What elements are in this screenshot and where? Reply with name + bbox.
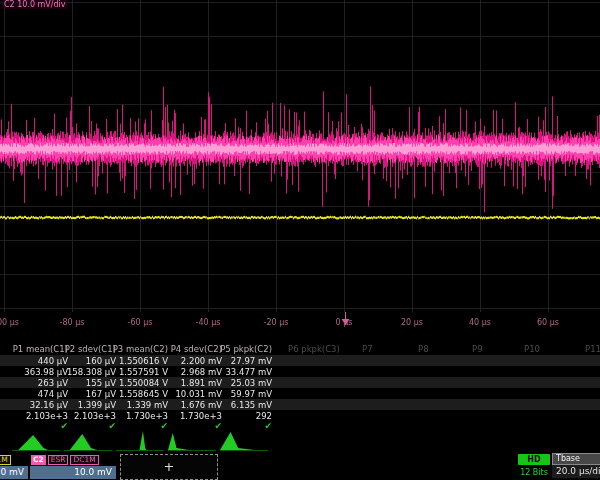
histicons-strip[interactable] — [0, 430, 600, 454]
measurement-cell: 6.135 mV — [210, 400, 272, 410]
measurement-cell: 27.97 mV — [210, 356, 272, 366]
axis-tick-label: -80 µs — [60, 318, 85, 327]
trace-label-c2: C2 10.0 mV/div — [2, 0, 68, 9]
measurement-header-cell[interactable]: P3 mean(C2) — [106, 344, 168, 354]
axis-tick-label: 40 µs — [469, 318, 491, 327]
axis-tick-label: 20 µs — [401, 318, 423, 327]
measurement-header-cell-inactive[interactable]: P11 — [585, 344, 600, 354]
measurement-row-value: 440 µV160 µV1.550616 V2.200 mV27.97 mV — [0, 355, 600, 366]
waveform-area[interactable] — [0, 0, 600, 318]
hd-bits-label: 12 Bits — [512, 468, 556, 477]
axis-tick-label: 60 µs — [537, 318, 559, 327]
channel-badge: ESR — [48, 455, 69, 465]
timebase-box[interactable]: Tbase 20.0 µs/div — [552, 453, 600, 478]
measurement-header-cell-inactive[interactable]: P6 pkpk(C3) — [288, 344, 340, 354]
measurement-header-cell-inactive[interactable]: P9 — [472, 344, 483, 354]
measurement-row-sdev: 32.16 µV1.399 µV1.339 mV1.676 mV6.135 mV — [0, 399, 600, 410]
measurement-row-min: 263 µV155 µV1.550084 V1.891 mV25.03 mV — [0, 377, 600, 388]
measurement-header-cell[interactable]: P5 pkpk(C2) — [210, 344, 272, 354]
c1-scale-value: 10.0 mV — [0, 466, 28, 479]
measurement-cell: 1.558645 V — [106, 389, 168, 399]
plus-icon: + — [164, 459, 175, 474]
measurement-cell: 25.03 mV — [210, 378, 272, 388]
c1-badges: C1ESRDC1M — [0, 454, 28, 465]
channel-badge: DC1M — [0, 455, 11, 465]
measurement-rows: 440 µV160 µV1.550616 V2.200 mV27.97 mV36… — [0, 355, 600, 432]
measurement-cell: 1.730e+3 — [106, 411, 168, 421]
measurement-cell: 33.477 mV — [210, 367, 272, 377]
hd-badge[interactable]: HD — [518, 454, 550, 465]
channel-badge: C2 — [31, 455, 46, 465]
axis-tick-label: -60 µs — [128, 318, 153, 327]
measurement-row-mean: 363.98 µV158.308 µV1.557591 V2.968 mV33.… — [0, 366, 600, 377]
axis-tick-label: 0 µs — [336, 318, 353, 327]
measurement-cell: 292 — [210, 411, 272, 421]
channel-descriptor-c1[interactable]: C1ESRDC1M 10.0 mV — [0, 454, 28, 479]
add-trace-button[interactable]: + — [120, 454, 218, 480]
measurement-header-cell-inactive[interactable]: P8 — [418, 344, 429, 354]
channel-badge: DC1M — [70, 455, 98, 465]
c2-scale-value: 10.0 mV — [30, 466, 116, 479]
measurement-cell: 59.97 mV — [210, 389, 272, 399]
axis-tick-label: -100 µs — [0, 318, 19, 327]
measurement-row-max: 474 µV167 µV1.558645 V10.031 mV59.97 mV — [0, 388, 600, 399]
measurement-cell: 1.557591 V — [106, 367, 168, 377]
time-axis: -100 µs-80 µs-60 µs-40 µs-20 µs0 µs20 µs… — [0, 317, 600, 331]
axis-tick-label: -40 µs — [196, 318, 221, 327]
measurement-cell: 1.339 mV — [106, 400, 168, 410]
measurement-header-cell-inactive[interactable]: P7 — [362, 344, 373, 354]
channel-descriptor-c2[interactable]: C2ESRDC1M 10.0 mV — [30, 454, 116, 479]
measurement-cell: 1.550084 V — [106, 378, 168, 388]
measurement-header-cell-inactive[interactable]: P10 — [524, 344, 540, 354]
c2-badges: C2ESRDC1M — [30, 454, 116, 465]
measurement-table: P1 mean(C1)P2 sdev(C1)P3 mean(C2)P4 sdev… — [0, 342, 600, 432]
axis-tick-label: -20 µs — [264, 318, 289, 327]
measurement-cell: 1.550616 V — [106, 356, 168, 366]
measurement-header-row: P1 mean(C1)P2 sdev(C1)P3 mean(C2)P4 sdev… — [0, 342, 600, 355]
measurement-row-num: 2.103e+32.103e+31.730e+31.730e+3292 — [0, 410, 600, 421]
oscilloscope-screen: C2 10.0 mV/div -100 µs-80 µs-60 µs-40 µs… — [0, 0, 600, 480]
timebase-value: 20.0 µs/div — [552, 465, 600, 478]
timebase-label: Tbase — [552, 453, 600, 465]
